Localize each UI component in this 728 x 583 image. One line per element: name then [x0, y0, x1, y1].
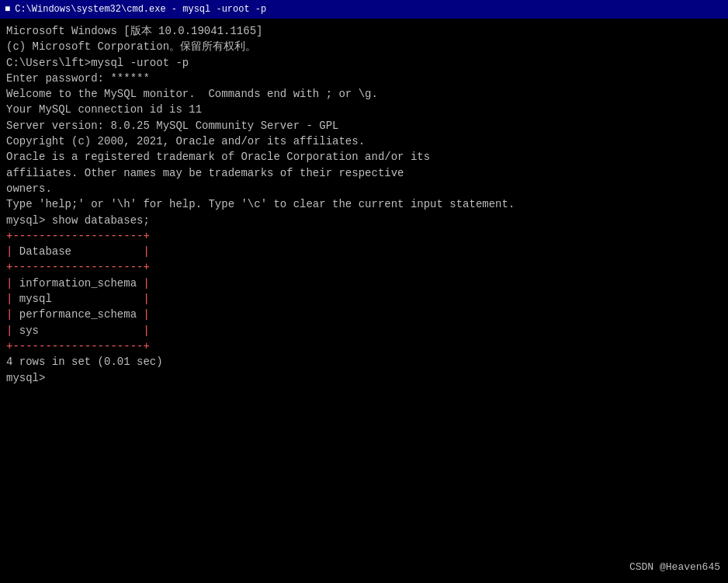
terminal-line: | mysql | — [6, 291, 722, 307]
terminal-output: Microsoft Windows [版本 10.0.19041.1165](c… — [6, 23, 722, 386]
watermark: CSDN @Heaven645 — [629, 560, 720, 575]
terminal-line: +--------------------+ — [6, 259, 722, 275]
terminal-line: 4 rows in set (0.01 sec) — [6, 354, 722, 370]
terminal-line: +--------------------+ — [6, 338, 722, 354]
terminal-line: Copyright (c) 2000, 2021, Oracle and/or … — [6, 134, 722, 149]
terminal-line: | Database | — [6, 244, 722, 259]
terminal-line: affiliates. Other names may be trademark… — [6, 165, 722, 181]
cmd-icon: ■ — [5, 4, 10, 15]
terminal-line: (c) Microsoft Corporation。保留所有权利。 — [6, 39, 722, 54]
terminal-line: | sys | — [6, 323, 722, 338]
title-text: C:\Windows\system32\cmd.exe - mysql -uro… — [15, 4, 266, 15]
terminal-line: +--------------------+ — [6, 228, 722, 244]
title-bar: ■ C:\Windows\system32\cmd.exe - mysql -u… — [0, 0, 728, 19]
terminal-line: Server version: 8.0.25 MySQL Community S… — [6, 118, 722, 134]
terminal-line: Your MySQL connection id is 11 — [6, 102, 722, 117]
terminal-line: | performance_schema | — [6, 307, 722, 322]
terminal-line: Type 'help;' or '\h' for help. Type '\c'… — [6, 196, 722, 212]
terminal-body[interactable]: Microsoft Windows [版本 10.0.19041.1165](c… — [0, 19, 728, 583]
terminal-line: | information_schema | — [6, 276, 722, 291]
terminal-line: owners. — [6, 181, 722, 196]
terminal-line: Microsoft Windows [版本 10.0.19041.1165] — [6, 23, 722, 39]
terminal-line: Welcome to the MySQL monitor. Commands e… — [6, 86, 722, 102]
terminal-line: C:\Users\lft>mysql -uroot -p — [6, 55, 722, 71]
terminal-line: mysql> — [6, 370, 722, 386]
terminal-line: Enter password: ****** — [6, 71, 722, 86]
terminal-line: mysql> show databases; — [6, 213, 722, 228]
terminal-line: Oracle is a registered trademark of Orac… — [6, 149, 722, 165]
